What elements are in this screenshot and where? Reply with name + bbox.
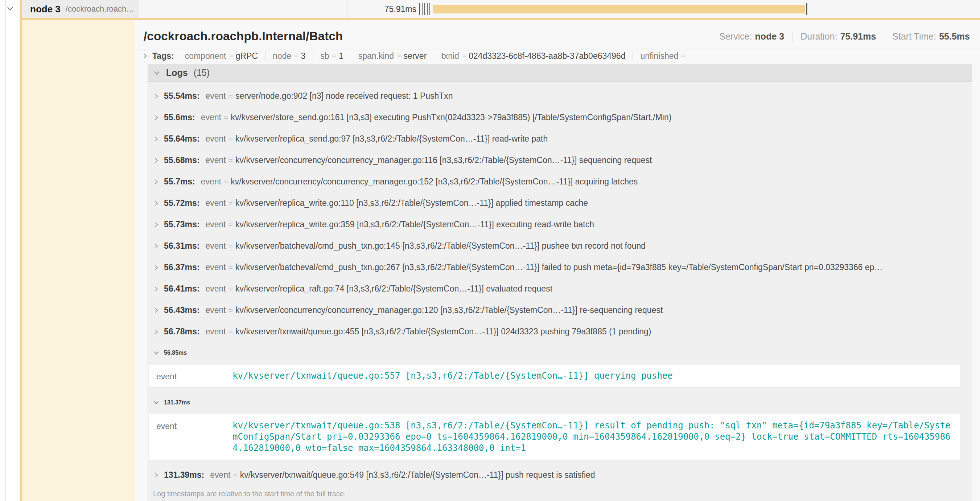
service-value: node 3 bbox=[755, 31, 784, 42]
log-timestamp: 56.37ms: bbox=[164, 262, 199, 272]
chevron-right-icon bbox=[153, 179, 159, 185]
tag-item: sb=1 bbox=[313, 51, 350, 61]
log-field-key: event bbox=[205, 198, 226, 208]
log-field-key: event bbox=[205, 241, 226, 251]
equals-sign: = bbox=[229, 156, 233, 165]
log-entry-header[interactable]: 131.37ms bbox=[148, 392, 972, 413]
chevron-right-icon bbox=[153, 136, 159, 142]
log-field-key: event bbox=[205, 155, 226, 165]
equals-sign: = bbox=[332, 51, 336, 60]
equals-sign: = bbox=[229, 220, 233, 229]
log-field-key: event bbox=[156, 370, 232, 381]
tag-value: server bbox=[403, 51, 426, 61]
chevron-right-icon bbox=[153, 286, 159, 292]
chevron-right-icon bbox=[153, 243, 159, 249]
log-field-value: kv/kvserver/txnwait/queue.go:538 [n3,s3,… bbox=[232, 420, 953, 454]
log-field-key: event bbox=[205, 91, 226, 101]
log-timestamp: 56.41ms: bbox=[164, 284, 199, 294]
log-timestamp: 56.85ms bbox=[164, 349, 187, 356]
tag-item: node=3 bbox=[265, 51, 313, 61]
equals-sign: = bbox=[229, 92, 233, 101]
start-time-value: 55.5ms bbox=[939, 31, 970, 42]
chevron-right-icon bbox=[153, 200, 159, 207]
log-field-key: event bbox=[210, 470, 230, 480]
logs-footnote: Log timestamps are relative to the start… bbox=[148, 486, 972, 501]
span-name-cell[interactable]: node 3 /cockroach.roach… bbox=[19, 0, 139, 18]
log-entry[interactable]: 56.78ms: event = kv/kvserver/txnwait/que… bbox=[148, 321, 972, 342]
tags-label: Tags: bbox=[152, 51, 174, 61]
log-field-key: event bbox=[205, 327, 226, 337]
tag-item: unfinished= bbox=[633, 51, 695, 61]
span-detail-panel: /cockroach.roachpb.Internal/Batch Servic… bbox=[135, 18, 980, 501]
span-name-column: node 3 /cockroach.roach… bbox=[19, 0, 347, 18]
tag-key: node bbox=[273, 51, 291, 61]
chevron-right-icon bbox=[153, 329, 159, 335]
log-entry[interactable]: 55.7ms: event = kv/kvserver/concurrency/… bbox=[148, 171, 972, 192]
log-entry[interactable]: 55.72ms: event = kv/kvserver/replica_wri… bbox=[148, 192, 972, 214]
equals-sign: = bbox=[229, 327, 233, 336]
log-field-value: kv/kvserver/txnwait/queue.go:549 [n3,s3,… bbox=[240, 470, 595, 480]
log-entry[interactable]: 56.41ms: event = kv/kvserver/replica_raf… bbox=[148, 278, 972, 300]
log-timestamp: 55.7ms: bbox=[164, 177, 195, 187]
log-field-key: event bbox=[201, 177, 221, 187]
chevron-right-icon bbox=[153, 307, 159, 314]
log-field-value: kv/kvserver/concurrency/concurrency_mana… bbox=[235, 155, 652, 165]
log-entry[interactable]: 55.6ms: event = kv/kvserver/store_send.g… bbox=[148, 107, 972, 128]
log-fields-table: event kv/kvserver/txnwait/queue.go:557 [… bbox=[149, 364, 960, 388]
log-field-key: event bbox=[205, 262, 226, 272]
equals-sign: = bbox=[681, 51, 685, 60]
log-entry[interactable]: 56.31ms: event = kv/kvserver/batcheval/c… bbox=[148, 235, 972, 257]
tag-key: txnid bbox=[441, 51, 459, 61]
log-timestamp: 56.43ms: bbox=[164, 305, 199, 315]
log-marker-tick bbox=[427, 3, 428, 15]
duration-label: Duration: bbox=[800, 31, 837, 42]
log-field-key: event bbox=[156, 420, 232, 454]
tag-item: span.kind=server bbox=[351, 51, 434, 61]
tag-value: 024d3323-6c8f-4863-aa8b-37ab0e63496d bbox=[469, 51, 625, 61]
log-field-key: event bbox=[205, 220, 226, 230]
span-operation-name: /cockroach.roach… bbox=[66, 4, 135, 14]
log-marker-tick bbox=[422, 3, 423, 15]
log-marker-tick bbox=[806, 3, 807, 15]
log-entry[interactable]: 55.54ms: event = server/node.go:902 [n3]… bbox=[148, 85, 972, 107]
tag-value: gRPC bbox=[236, 51, 258, 61]
log-entry[interactable]: 55.64ms: event = kv/kvserver/replica_sen… bbox=[148, 128, 972, 150]
span-detail-row: /cockroach.roachpb.Internal/Batch Servic… bbox=[0, 18, 980, 501]
collapse-span-chevron-down-icon[interactable] bbox=[6, 5, 14, 13]
log-field-key: event bbox=[205, 305, 226, 315]
log-field-key: event bbox=[205, 134, 226, 144]
tag-key: sb bbox=[320, 51, 329, 61]
span-timeline[interactable]: 75.91ms bbox=[347, 0, 980, 18]
span-row: node 3 /cockroach.roach… 75.91ms bbox=[0, 0, 980, 18]
log-timestamp: 55.64ms: bbox=[164, 134, 199, 144]
log-field-value: kv/kvserver/replica_write.go:359 [n3,s3,… bbox=[235, 220, 594, 230]
gutter-divider bbox=[5, 0, 6, 18]
chevron-right-icon bbox=[153, 114, 159, 121]
log-marker-tick bbox=[419, 3, 420, 15]
chevron-right-icon bbox=[153, 157, 159, 164]
span-overview: Service:node 3 Duration:75.91ms Start Ti… bbox=[719, 31, 970, 43]
log-entry[interactable]: 55.68ms: event = kv/kvserver/concurrency… bbox=[148, 150, 972, 171]
logs-title: Logs bbox=[166, 67, 188, 78]
equals-sign: = bbox=[462, 51, 466, 60]
log-entry[interactable]: 56.37ms: event = kv/kvserver/batcheval/c… bbox=[148, 257, 972, 278]
log-field-key: event bbox=[201, 113, 221, 122]
log-entry[interactable]: 56.43ms: event = kv/kvserver/concurrency… bbox=[148, 300, 972, 321]
tag-key: span.kind bbox=[358, 51, 394, 61]
log-fields-table: event kv/kvserver/txnwait/queue.go:538 [… bbox=[149, 414, 960, 460]
logs-accordion-header[interactable]: Logs (15) bbox=[148, 64, 972, 82]
equals-sign: = bbox=[294, 51, 298, 60]
log-timestamp: 55.73ms: bbox=[164, 220, 199, 230]
span-duration-bar[interactable] bbox=[433, 5, 805, 13]
log-field-value: kv/kvserver/concurrency/concurrency_mana… bbox=[235, 305, 663, 315]
span-detail-header: /cockroach.roachpb.Internal/Batch Servic… bbox=[135, 20, 980, 49]
tags-accordion[interactable]: Tags: component=gRPC node=3 sb=1 span.ki… bbox=[135, 49, 980, 63]
log-entry-header[interactable]: 56.85ms bbox=[148, 342, 972, 364]
log-timestamp: 55.72ms: bbox=[164, 198, 199, 208]
selected-span-highlight-column bbox=[19, 18, 135, 501]
log-entry[interactable]: 55.73ms: event = kv/kvserver/replica_wri… bbox=[148, 214, 972, 235]
service-label: Service: bbox=[719, 31, 752, 42]
log-entry[interactable]: 131.39ms: event = kv/kvserver/txnwait/qu… bbox=[148, 464, 972, 486]
equals-sign: = bbox=[224, 177, 228, 186]
tag-key: component bbox=[185, 51, 226, 61]
